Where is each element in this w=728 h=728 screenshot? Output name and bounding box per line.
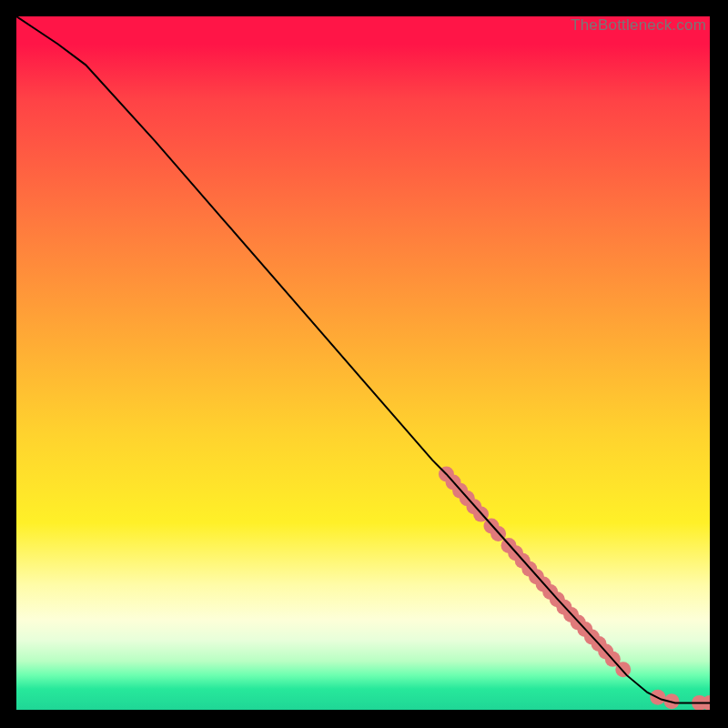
chart-svg bbox=[16, 16, 710, 710]
highlight-dots bbox=[439, 466, 710, 710]
chart-stage: TheBottleneck.com bbox=[0, 0, 728, 728]
attribution-text: TheBottleneck.com bbox=[571, 16, 706, 35]
plot-area: TheBottleneck.com bbox=[16, 16, 710, 710]
curve-line bbox=[16, 16, 710, 703]
